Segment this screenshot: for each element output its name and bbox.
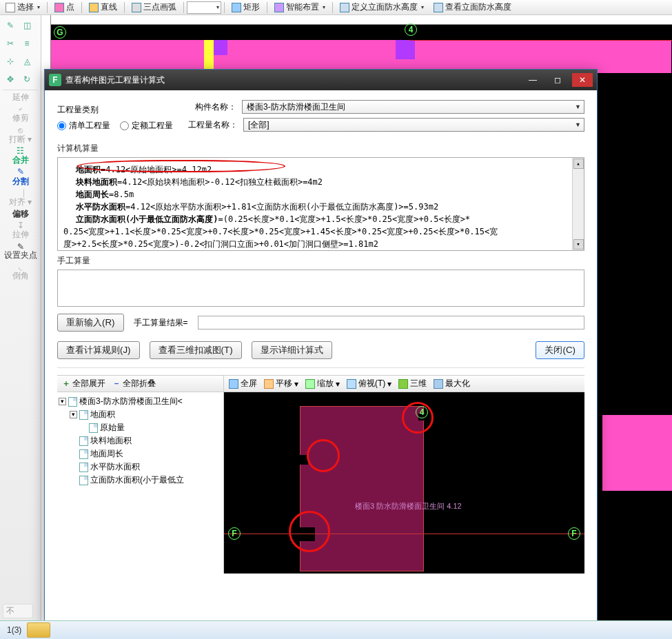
calc-scrollbar[interactable]: ▴ ▾ [572, 158, 584, 250]
doc-icon [89, 423, 98, 433]
tool-break[interactable]: ⎋打断 ▾ [0, 125, 41, 145]
tree-n1[interactable]: ▾地面积 [59, 408, 222, 421]
blank-combo[interactable]: ▾ [187, 1, 221, 14]
tool-rect[interactable]: 矩形 [227, 1, 264, 14]
calc-line-7: 度>+2.5<长度>*0.25<宽度>)-0.2<扣门洞口立面>+0.01<加门… [63, 238, 578, 250]
hand-icon [264, 379, 274, 389]
radio-quota[interactable]: 定额工程量 [120, 120, 173, 132]
maximize-view-label: 最大化 [445, 378, 470, 389]
dialog-close-button[interactable]: 关闭(C) [536, 341, 584, 359]
chevron-down-icon: ▼ [575, 121, 581, 128]
tree[interactable]: ▾楼面3-防水防滑楼面卫生间< ▾地面积 原始量 块料地面积 地面周长 水平防水… [57, 392, 223, 574]
qty-type-label: 工程量类别 [57, 104, 173, 116]
threeD-button[interactable]: 三维 [396, 377, 429, 390]
doc-icon [79, 449, 88, 459]
minimize-button[interactable]: — [522, 73, 543, 87]
bars-icon[interactable]: ≡ [19, 36, 34, 51]
eraser-icon[interactable]: ◫ [19, 18, 34, 33]
tree-root[interactable]: ▾楼面3-防水防滑楼面卫生间< [59, 395, 222, 408]
topview-button[interactable]: 俯视(T) ▾ [345, 377, 394, 390]
comp-name-value: 楼面3-防水防滑楼面卫生间 [247, 101, 345, 113]
maximize-view-button[interactable]: 最大化 [431, 377, 472, 390]
chevron-down-icon: ▾ [421, 4, 424, 10]
pink-band-secondary [602, 415, 672, 491]
expand-icon [434, 379, 443, 389]
tree-n3[interactable]: 地面周长 [59, 447, 222, 460]
comp-name-combo[interactable]: 楼面3-防水防滑楼面卫生间▼ [242, 100, 584, 114]
tool-trim[interactable]: ⌿修剪 [0, 103, 41, 124]
tool-align[interactable]: ⎹对齐 ▾ [0, 187, 41, 208]
preview-canvas[interactable]: F F 4 楼面3 防水防滑楼面卫生间 4.12 [224, 392, 584, 574]
reinput-button[interactable]: 重新输入(R) [57, 314, 124, 332]
top-toolbar: 选择▾ 点 直线 三点画弧 ▾ 矩形 智能布置▾ 定义立面防水高度▾ 查看立面防… [0, 0, 672, 15]
collapse-all-button[interactable]: －全部折叠 [110, 377, 158, 390]
rotate-icon[interactable]: ↻ [19, 72, 34, 87]
tree-n5[interactable]: 立面防水面积(小于最低立 [59, 474, 222, 487]
radio-quota-input[interactable] [120, 121, 129, 130]
view-3d-button[interactable]: 查看三维扣减图(T) [150, 341, 242, 359]
tool-arc[interactable]: 三点画弧 [128, 1, 181, 14]
caret-icon[interactable]: ▾ [70, 411, 77, 418]
detail-button[interactable]: 显示详细计算式 [252, 341, 332, 359]
scroll-down-icon[interactable]: ▾ [573, 239, 584, 250]
pan-label: 平移 [276, 378, 292, 389]
tool-chamfer[interactable]: ◟倒角 [0, 261, 41, 282]
pan-button[interactable]: 平移 ▾ [262, 377, 301, 390]
dialog-titlebar[interactable]: F 查看构件图元工程量计算式 — ◻ ✕ [45, 70, 597, 90]
tool-merge[interactable]: ☷合并 [0, 145, 41, 166]
tool-offset[interactable]: 偏移 [0, 208, 41, 220]
tool-rect-label: 矩形 [243, 1, 260, 13]
tool-setgrip[interactable]: ✎设置夹点 [0, 241, 41, 261]
radio-quota-label: 定额工程量 [132, 120, 173, 132]
gridline-f [224, 534, 584, 534]
tool-stretch[interactable]: ↧拉伸 [0, 220, 41, 241]
taskbar-folder-icon[interactable] [27, 622, 50, 638]
maximize-button[interactable]: ◻ [547, 73, 568, 87]
doc-icon [79, 436, 88, 446]
tool-view-height[interactable]: 查看立面防水高度 [429, 1, 516, 14]
brush-icon[interactable]: ✎ [3, 18, 18, 33]
divider [3, 90, 38, 90]
tool-smart[interactable]: 智能布置▾ [270, 1, 329, 14]
scroll-up-icon[interactable]: ▴ [573, 159, 584, 169]
tool-line-label: 直线 [101, 1, 117, 13]
axes-icon[interactable]: ⊹ [3, 54, 18, 69]
fullscreen-button[interactable]: 全屏 [227, 377, 259, 390]
manual-result-input[interactable] [198, 316, 584, 329]
qty-name-combo[interactable]: [全部]▼ [243, 118, 584, 132]
tool-split[interactable]: ✎分割 [0, 166, 41, 187]
expand-all-label: 全部展开 [72, 378, 105, 389]
tool-point[interactable]: 点 [50, 1, 79, 14]
expand-all-button[interactable]: ＋全部展开 [60, 377, 108, 390]
scissors-icon[interactable]: ✂ [3, 36, 18, 51]
tool-define-height[interactable]: 定义立面防水高度▾ [336, 1, 428, 14]
axis-label-4: 4 [405, 23, 417, 36]
gear-icon [340, 3, 349, 12]
tree-n5-label: 立面防水面积(小于最低立 [90, 474, 184, 486]
caret-icon[interactable]: ▾ [59, 398, 66, 405]
view-rule-button[interactable]: 查看计算规则(J) [57, 341, 140, 359]
radio-list-input[interactable] [57, 121, 66, 130]
doc-icon [79, 463, 88, 472]
tool-line[interactable]: 直线 [85, 1, 121, 14]
tree-n1a[interactable]: 原始量 [59, 421, 222, 434]
move-icon[interactable]: ✥ [3, 72, 18, 87]
tree-n4[interactable]: 水平防水面积 [59, 460, 222, 474]
doc-icon [79, 476, 88, 485]
chevron-down-icon: ▾ [37, 4, 40, 10]
radio-list[interactable]: 清单工程量 [57, 120, 110, 132]
zoom-button[interactable]: 缩放 ▾ [303, 377, 342, 390]
tool-select[interactable]: 选择▾ [1, 1, 44, 14]
tree-n2[interactable]: 块料地面积 [59, 434, 222, 447]
topview-label: 俯视(T) [358, 378, 385, 389]
dialog-body: 工程量类别 清单工程量 定额工程量 构件名称： 楼面3-防水防滑楼面卫生间▼ 工… [45, 90, 597, 580]
chevron-down-icon: ▼ [575, 103, 581, 110]
calc-box[interactable]: 地面积=4.12<原始地面积>=4.12m2 块料地面积=4.12<原始块料地面… [57, 157, 584, 251]
close-button[interactable]: ✕ [572, 73, 593, 87]
manual-box[interactable] [57, 270, 584, 307]
app-icon: F [49, 74, 61, 86]
tool-extend[interactable]: 延伸 [0, 92, 41, 103]
tree-root-label: 楼面3-防水防滑楼面卫生间< [79, 396, 183, 407]
compass-icon[interactable]: ◬ [19, 54, 34, 69]
tool-define-height-label: 定义立面防水高度 [352, 1, 418, 13]
